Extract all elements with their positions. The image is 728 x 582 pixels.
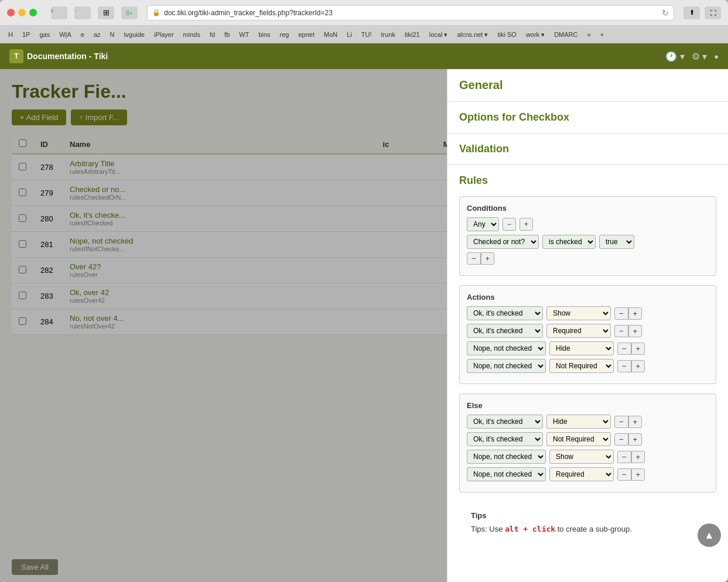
user-icon-btn[interactable]: ● [714,52,719,61]
action-field-select-1[interactable]: Ok, it's checked [467,306,543,320]
validation-section: Validation [447,133,728,165]
minus-btn-cond[interactable]: − [467,252,481,265]
plus-btn-e3[interactable]: + [631,451,645,463]
action-op-select-1[interactable]: Show Hide Required Not Required [546,306,611,320]
plus-btn-a3[interactable]: + [631,343,645,355]
minus-btn-any[interactable]: − [503,218,516,231]
maximize-button[interactable] [29,9,37,16]
browser-tab-fd[interactable]: fd [206,30,218,39]
browser-tab-alcns[interactable]: alcns.net ▾ [453,30,491,40]
condition-op-select[interactable]: is checked [542,235,596,249]
browser-tab-local[interactable]: local ▾ [426,30,452,40]
action-field-select-3[interactable]: Nope, not checked [467,341,546,355]
tips-after: to create a sub-group. [555,525,632,533]
grid-button[interactable]: ⊞ [98,6,114,19]
else-op-select-3[interactable]: Show Hide Required Not Required [549,450,614,464]
condition-field-select[interactable]: Checked or not? [467,235,539,249]
browser-tab-gas[interactable]: gas [36,30,53,39]
browser-tab-MoN[interactable]: MoN [320,30,341,39]
else-row-1: Ok, it's checked Hide Show Required Not … [467,415,709,429]
minus-btn-e3[interactable]: − [617,451,631,463]
browser-tab-WT[interactable]: WT [235,30,252,39]
plus-btn-a4[interactable]: + [631,360,645,372]
side-panel: General Options for Checkbox Validation … [447,69,728,582]
browser-tab-Li[interactable]: Li [343,30,356,39]
plus-btn-e1[interactable]: + [628,416,642,428]
scroll-indicator[interactable]: ▲ [698,523,721,547]
plus-btn-any[interactable]: + [519,218,533,231]
action-field-select-4[interactable]: Nope, not checked [467,359,546,373]
validation-heading: Validation [459,143,716,155]
minus-btn-e2[interactable]: − [614,433,628,446]
close-button[interactable] [7,9,15,16]
rules-heading: Rules [459,174,716,187]
minus-btn-e1[interactable]: − [614,416,628,428]
pm-group-e1: − + [614,416,642,428]
minus-btn-a4[interactable]: − [617,360,631,372]
minus-btn-a2[interactable]: − [614,325,628,337]
plus-btn-a2[interactable]: + [628,325,642,337]
fullscreen-button[interactable]: ⛶ [705,6,721,19]
action-row-1: Ok, it's checked Show Hide Required Not … [467,306,709,320]
plus-btn-e4[interactable]: + [631,468,645,481]
logo-icon: T [9,49,23,63]
else-op-select-1[interactable]: Hide Show Required Not Required [546,415,611,429]
action-op-select-2[interactable]: Required Show Hide Not Required [546,324,611,338]
else-row-4: Nope, not checked Required Show Hide Not… [467,467,709,481]
general-heading: General [459,78,716,92]
browser-tab-tikiso[interactable]: tiki SO [494,30,519,39]
browser-tab-H[interactable]: H [5,30,16,39]
condition-val-select[interactable]: true false [599,235,634,249]
browser-tab-trunk[interactable]: trunk [378,30,399,39]
else-field-select-1[interactable]: Ok, it's checked [467,415,543,429]
address-bar[interactable]: 🔒 doc.tiki.org/tiki-admin_tracker_fields… [147,5,674,20]
else-op-select-2[interactable]: Not Required Show Hide Required [546,432,611,446]
browser-tab-work[interactable]: work ▾ [522,30,548,40]
url-text: doc.tiki.org/tiki-admin_tracker_fields.p… [164,9,333,17]
browser-tab-reg[interactable]: reg [276,30,293,39]
else-op-select-4[interactable]: Required Show Hide Not Required [549,467,614,481]
plus-btn-cond[interactable]: + [481,252,495,265]
browser-tab-fb[interactable]: fb [221,30,233,39]
action-op-select-3[interactable]: Hide Show Required Not Required [549,341,614,355]
back-button[interactable]: ‹ [51,6,67,19]
browser-tab-more[interactable]: » [584,30,594,39]
browser-tab-epnet[interactable]: epnet [295,30,318,39]
browser-tab-e[interactable]: e [77,30,88,39]
plus-btn-e2[interactable]: + [628,433,642,446]
browser-tab-bins[interactable]: bins [255,30,274,39]
app-logo: T Documentation - Tiki [9,49,108,63]
browser-tab-TU[interactable]: TU! [358,30,375,39]
extension-button[interactable]: 8+ [121,6,138,19]
browser-tab-WA[interactable]: W|A [56,30,75,39]
forward-button[interactable]: › [74,6,91,19]
browser-tab-new[interactable]: + [597,30,607,39]
gear-icon-btn[interactable]: ⚙ ▾ [692,51,707,62]
action-field-select-2[interactable]: Ok, it's checked [467,324,543,338]
else-field-select-4[interactable]: Nope, not checked [467,467,546,481]
pm-group-e4: − + [617,468,645,481]
minimize-button[interactable] [18,9,26,16]
browser-tab-tvguide[interactable]: tvguide [120,30,148,39]
reload-button[interactable]: ↻ [662,8,669,18]
any-select[interactable]: Any All [467,217,499,231]
browser-tab-tiki21[interactable]: tiki21 [401,30,423,39]
plus-btn-a1[interactable]: + [628,307,642,320]
browser-tab-1P[interactable]: 1P [19,30,33,39]
minus-btn-a1[interactable]: − [614,307,628,320]
else-field-select-2[interactable]: Ok, it's checked [467,432,543,446]
nav-buttons: ‹ › [46,6,91,19]
browser-tab-iplayer[interactable]: iPlayer [151,30,177,39]
pm-group-a1: − + [614,307,642,320]
browser-tab-DMARC[interactable]: DMARC [551,30,581,39]
condition-pm-row: − + [467,252,709,265]
clock-icon-btn[interactable]: 🕐 ▾ [665,51,684,62]
share-button[interactable]: ⬆ [683,6,700,19]
browser-tab-az[interactable]: az [90,30,104,39]
minus-btn-a3[interactable]: − [617,343,631,355]
else-field-select-3[interactable]: Nope, not checked [467,450,546,464]
minus-btn-e4[interactable]: − [617,468,631,481]
browser-tab-N[interactable]: N [107,30,118,39]
browser-tab-minds[interactable]: minds [180,30,204,39]
action-op-select-4[interactable]: Not Required Show Hide Required [549,359,614,373]
